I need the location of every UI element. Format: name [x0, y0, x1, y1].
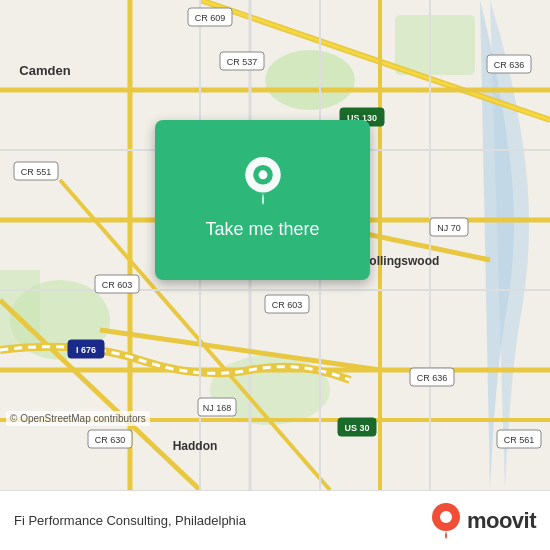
- map-container: CR 609 CR 537 US 130 CR 636 CR 551 CR 60…: [0, 0, 550, 490]
- svg-text:I 676: I 676: [76, 345, 96, 355]
- location-text: Fi Performance Consulting, Philadelphia: [14, 513, 431, 528]
- location-card[interactable]: Take me there: [155, 120, 370, 280]
- svg-text:CR 551: CR 551: [21, 167, 52, 177]
- osm-attribution: © OpenStreetMap contributors: [6, 411, 150, 426]
- svg-text:CR 603: CR 603: [272, 300, 303, 310]
- svg-text:CR 537: CR 537: [227, 57, 258, 67]
- svg-text:CR 636: CR 636: [417, 373, 448, 383]
- svg-rect-3: [0, 270, 40, 350]
- svg-text:CR 630: CR 630: [95, 435, 126, 445]
- svg-text:CR 561: CR 561: [504, 435, 535, 445]
- svg-text:Haddon: Haddon: [173, 439, 218, 453]
- location-pin-icon: [239, 157, 287, 205]
- take-me-there-button[interactable]: Take me there: [197, 215, 327, 244]
- moovit-pin-icon: [431, 503, 461, 539]
- bottom-bar: Fi Performance Consulting, Philadelphia …: [0, 490, 550, 550]
- svg-text:US 30: US 30: [344, 423, 369, 433]
- svg-text:Camden: Camden: [19, 63, 70, 78]
- svg-point-0: [265, 50, 355, 110]
- svg-text:CR 636: CR 636: [494, 60, 525, 70]
- svg-text:Collingswood: Collingswood: [361, 254, 440, 268]
- svg-text:NJ 70: NJ 70: [437, 223, 461, 233]
- moovit-logo: moovit: [431, 503, 536, 539]
- svg-text:NJ 168: NJ 168: [203, 403, 232, 413]
- moovit-brand-name: moovit: [467, 508, 536, 534]
- svg-text:CR 603: CR 603: [102, 280, 133, 290]
- svg-point-58: [258, 170, 267, 179]
- svg-rect-1: [395, 15, 475, 75]
- svg-text:CR 609: CR 609: [195, 13, 226, 23]
- svg-point-60: [440, 511, 452, 523]
